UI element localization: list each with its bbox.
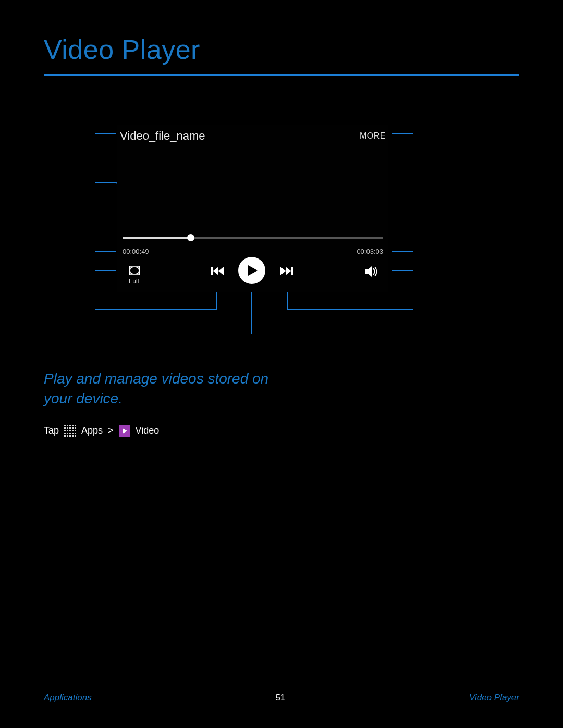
instruction-separator: > [108, 425, 114, 436]
svg-marker-3 [213, 267, 218, 275]
callout-line [287, 309, 413, 310]
callout-line [392, 251, 413, 252]
svg-marker-10 [123, 428, 127, 434]
play-button[interactable] [238, 257, 265, 284]
progress-knob[interactable] [187, 234, 194, 241]
video-player-screenshot: Video_file_name MORE 00:00:49 00:03:03 F… [117, 125, 388, 292]
video-file-name: Video_file_name [120, 129, 205, 143]
callout-line [95, 270, 116, 271]
page-description: Play and manage videos stored on your de… [44, 369, 294, 409]
callout-line [95, 182, 116, 183]
more-button[interactable]: MORE [360, 131, 386, 141]
fullscreen-icon[interactable] [129, 266, 140, 277]
footer-right: Video Player [469, 693, 519, 703]
callout-line [95, 251, 116, 252]
progress-track[interactable] [123, 237, 383, 239]
svg-rect-2 [211, 267, 213, 275]
video-app-icon[interactable] [119, 425, 130, 437]
svg-marker-6 [280, 267, 286, 275]
svg-rect-8 [291, 267, 293, 275]
footer-left: Applications [44, 693, 92, 703]
volume-icon[interactable] [365, 266, 378, 279]
page-title: Video Player [44, 34, 200, 65]
svg-marker-7 [286, 267, 291, 275]
page-footer: Applications 51 Video Player [44, 693, 519, 703]
fullscreen-label: Full [129, 278, 139, 285]
callout-line [392, 133, 413, 134]
callout-line [251, 292, 252, 334]
callout-line [392, 270, 413, 271]
svg-marker-4 [218, 267, 224, 275]
progress-fill [123, 237, 190, 239]
instruction-prefix: Tap [44, 425, 59, 436]
callout-line [95, 309, 217, 310]
apps-label: Apps [81, 425, 103, 436]
instruction-row: Tap Apps > Video [44, 425, 159, 437]
footer-page-number: 51 [276, 693, 285, 702]
next-icon[interactable] [280, 266, 293, 278]
video-label: Video [136, 425, 160, 436]
title-divider [44, 74, 519, 76]
previous-icon[interactable] [211, 266, 224, 278]
time-elapsed: 00:00:49 [123, 248, 149, 255]
svg-marker-5 [248, 265, 258, 276]
apps-icon[interactable] [64, 425, 76, 437]
svg-marker-9 [365, 266, 372, 277]
callout-line [95, 133, 116, 134]
time-total: 00:03:03 [357, 248, 383, 255]
